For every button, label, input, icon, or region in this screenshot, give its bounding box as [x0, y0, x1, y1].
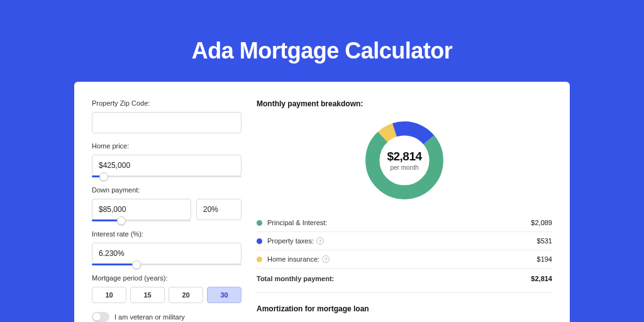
page-title: Ada Mortgage Calculator	[0, 0, 644, 82]
veteran-label: I am veteran or military	[114, 313, 185, 321]
breakdown-heading: Monthly payment breakdown:	[257, 99, 552, 108]
total-value: $2,814	[531, 275, 552, 282]
down-payment-field-group: Down payment:	[92, 186, 242, 221]
home-price-field-group: Home price:	[92, 142, 242, 177]
period-btn-20[interactable]: 20	[169, 287, 203, 303]
donut-sub: per month	[390, 164, 418, 171]
breakdown-column: Monthly payment breakdown: $2,814 per mo…	[257, 99, 552, 322]
down-payment-slider[interactable]	[92, 219, 191, 221]
legend-row-ins: Home insurance:?$194	[257, 250, 552, 268]
info-icon[interactable]: ?	[322, 255, 330, 263]
interest-slider[interactable]	[92, 264, 242, 265]
legend-value: $194	[537, 255, 552, 263]
legend-label: Principal & Interest:	[267, 219, 327, 226]
slider-thumb-icon[interactable]	[99, 172, 108, 181]
home-price-input[interactable]	[92, 155, 242, 176]
total-row: Total monthly payment: $2,814	[257, 268, 552, 289]
zip-label: Property Zip Code:	[92, 99, 242, 107]
total-label: Total monthly payment:	[257, 275, 334, 282]
donut-amount: $2,814	[387, 150, 421, 164]
period-label: Mortgage period (years):	[92, 274, 242, 282]
veteran-toggle[interactable]	[92, 312, 109, 322]
amortization-section: Amortization for mortgage loan Amortizat…	[257, 292, 552, 322]
interest-label: Interest rate (%):	[92, 230, 242, 238]
down-payment-input[interactable]	[92, 199, 191, 220]
donut-center: $2,814 per month	[362, 118, 447, 203]
interest-input[interactable]	[92, 243, 242, 264]
zip-field-group: Property Zip Code:	[92, 99, 242, 133]
legend-row-pi: Principal & Interest:$2,089	[257, 214, 552, 232]
veteran-toggle-row: I am veteran or military	[92, 312, 242, 322]
donut-chart: $2,814 per month	[362, 118, 447, 203]
toggle-knob-icon	[93, 313, 101, 321]
slider-thumb-icon[interactable]	[117, 216, 126, 225]
interest-field-group: Interest rate (%):	[92, 230, 242, 265]
donut-chart-wrap: $2,814 per month	[257, 118, 552, 203]
down-payment-label: Down payment:	[92, 186, 242, 194]
legend-value: $2,089	[531, 219, 552, 226]
period-btn-15[interactable]: 15	[130, 287, 165, 303]
slider-thumb-icon[interactable]	[132, 260, 141, 269]
period-btn-30[interactable]: 30	[207, 287, 242, 303]
legend-dot-icon	[257, 220, 262, 226]
legend-dot-icon	[257, 257, 262, 262]
period-btn-10[interactable]: 10	[92, 287, 126, 303]
calculator-card: Property Zip Code: Home price: Down paym…	[74, 82, 570, 322]
period-field-group: Mortgage period (years): 10152030	[92, 274, 242, 303]
legend-label: Property taxes:	[267, 237, 314, 245]
legend-value: $531	[537, 237, 552, 245]
info-icon[interactable]: ?	[316, 237, 324, 245]
legend-label: Home insurance:	[267, 255, 319, 263]
home-price-label: Home price:	[92, 142, 242, 150]
legend-row-tax: Property taxes:?$531	[257, 232, 552, 250]
form-column: Property Zip Code: Home price: Down paym…	[92, 99, 242, 322]
zip-input[interactable]	[92, 112, 242, 133]
legend-dot-icon	[257, 238, 262, 244]
down-payment-pct-input[interactable]	[196, 199, 242, 220]
home-price-slider[interactable]	[92, 175, 242, 177]
amortization-heading: Amortization for mortgage loan	[257, 304, 552, 313]
